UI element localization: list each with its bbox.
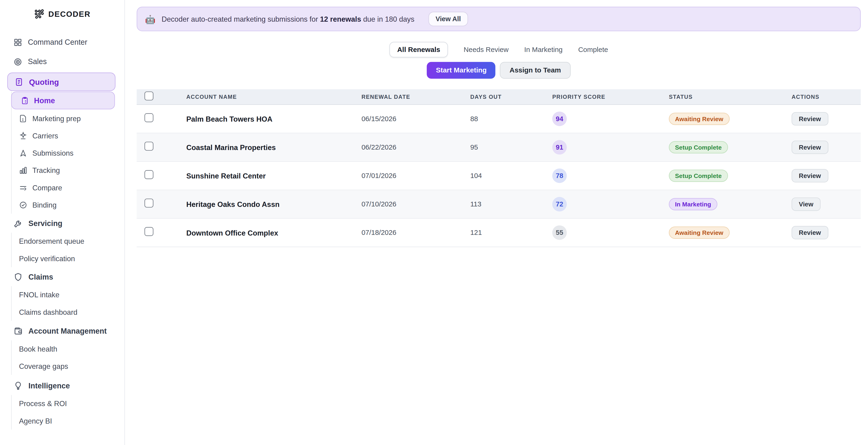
review-button[interactable]: Review	[792, 169, 828, 182]
sidebar-item-endorsement-queue[interactable]: Endorsement queue	[12, 233, 124, 250]
renewal-date: 07/18/2026	[362, 229, 470, 237]
table-header-row: Account Name Renewal Date Days Out Prior…	[137, 89, 861, 105]
send-icon	[19, 149, 27, 157]
file-icon	[19, 114, 27, 123]
row-checkbox[interactable]	[145, 170, 153, 179]
status-badge: Awaiting Review	[669, 227, 730, 239]
sidebar-item-label: Carriers	[32, 131, 58, 140]
review-button[interactable]: Review	[792, 226, 828, 239]
renewals-table: Account Name Renewal Date Days Out Prior…	[137, 89, 861, 247]
sidebar-item-process-roi[interactable]: Process & ROI	[12, 395, 124, 412]
priority-score-badge: 94	[552, 112, 567, 126]
sidebar-item-label: Policy verification	[19, 255, 75, 263]
account-subgroup: Book health Coverage gaps	[11, 340, 124, 375]
start-marketing-button[interactable]: Start Marketing	[427, 62, 496, 79]
select-all-checkbox[interactable]	[145, 91, 153, 100]
sidebar-item-coverage-gaps[interactable]: Coverage gaps	[12, 358, 124, 375]
quoting-subgroup: Home Marketing prep Carr	[11, 92, 124, 214]
sidebar-item-label: Agency BI	[19, 417, 52, 425]
sidebar-section-intelligence[interactable]: Intelligence	[0, 377, 124, 395]
status-badge: In Marketing	[669, 198, 717, 210]
tab-in-marketing[interactable]: In Marketing	[524, 42, 563, 57]
sidebar-item-quoting[interactable]: Quoting	[7, 72, 116, 91]
row-checkbox[interactable]	[145, 142, 153, 150]
sidebar-section-label: Account Management	[28, 327, 107, 335]
assign-to-team-button[interactable]: Assign to Team	[500, 62, 570, 79]
robot-emoji-icon: 🤖	[145, 15, 156, 23]
brand-name: DECODER	[49, 9, 91, 19]
account-name: Heritage Oaks Condo Assn	[186, 200, 362, 208]
sidebar-item-carriers[interactable]: Carriers	[12, 127, 124, 144]
compare-arrow-icon	[19, 184, 27, 192]
days-out: 113	[470, 200, 552, 208]
column-header-renewal: Renewal Date	[362, 94, 470, 100]
sidebar-item-command-center[interactable]: Command Center	[0, 34, 124, 51]
grid-icon	[13, 38, 22, 47]
sidebar-item-marketing-prep[interactable]: Marketing prep	[12, 110, 124, 127]
lightbulb-icon	[13, 381, 23, 391]
tab-needs-review[interactable]: Needs Review	[464, 42, 508, 57]
account-name: Palm Beach Towers HOA	[186, 115, 362, 123]
review-button[interactable]: Review	[792, 141, 828, 154]
tab-all-renewals[interactable]: All Renewals	[389, 42, 448, 58]
clipboard-list-icon	[21, 96, 29, 105]
sidebar-item-label: Endorsement queue	[19, 237, 84, 245]
claims-subgroup: FNOL intake Claims dashboard	[11, 286, 124, 321]
sidebar-item-compare[interactable]: Compare	[12, 179, 124, 197]
wrench-icon	[13, 219, 23, 228]
app-root: DECODER Command Center Sales	[0, 0, 868, 445]
sidebar-item-submissions[interactable]: Submissions	[12, 144, 124, 162]
sidebar-item-label: Command Center	[28, 38, 87, 47]
decoder-logo-icon	[34, 9, 44, 19]
days-out: 95	[470, 143, 552, 151]
wallet-icon	[13, 326, 23, 336]
check-circle-icon	[19, 201, 27, 209]
days-out: 104	[470, 172, 552, 180]
row-checkbox[interactable]	[145, 113, 153, 122]
tab-complete[interactable]: Complete	[578, 42, 608, 57]
bulk-actions-toolbar: Start Marketing Assign to Team	[137, 62, 861, 79]
renewal-date: 06/15/2026	[362, 115, 470, 123]
view-button[interactable]: View	[792, 198, 821, 211]
renewal-date: 06/22/2026	[362, 143, 470, 151]
sidebar-item-policy-verification[interactable]: Policy verification	[12, 250, 124, 267]
sidebar-section-label: Servicing	[28, 219, 62, 228]
sidebar-section-account-management[interactable]: Account Management	[0, 322, 124, 340]
view-all-button[interactable]: View All	[428, 12, 468, 26]
file-text-icon	[14, 77, 23, 86]
sidebar-item-binding[interactable]: Binding	[12, 197, 124, 214]
sidebar-section-claims[interactable]: Claims	[0, 268, 124, 286]
sidebar-item-book-health[interactable]: Book health	[12, 340, 124, 358]
status-badge: Awaiting Review	[669, 113, 730, 125]
sidebar-item-label: Binding	[32, 201, 57, 209]
account-name: Downtown Office Complex	[186, 229, 362, 237]
sidebar-item-agency-bi[interactable]: Agency BI	[12, 412, 124, 429]
servicing-subgroup: Endorsement queue Policy verification	[11, 233, 124, 267]
sidebar-item-fnol-intake[interactable]: FNOL intake	[12, 286, 124, 303]
banner-text-suffix: due in 180 days	[361, 15, 414, 23]
brand-logo: DECODER	[0, 8, 124, 20]
sidebar-section-label: Claims	[28, 273, 53, 281]
sidebar-item-label: Compare	[32, 184, 62, 192]
column-header-actions: Actions	[792, 94, 861, 100]
sidebar-item-sales[interactable]: Sales	[0, 53, 124, 70]
sidebar-item-label: Process & ROI	[19, 399, 67, 408]
sidebar-section-servicing[interactable]: Servicing	[0, 214, 124, 233]
renewal-date: 07/01/2026	[362, 172, 470, 180]
intelligence-subgroup: Process & ROI Agency BI	[11, 395, 124, 429]
column-header-status: Status	[669, 94, 792, 100]
sidebar-item-home[interactable]: Home	[11, 92, 115, 110]
review-button[interactable]: Review	[792, 112, 828, 125]
row-checkbox[interactable]	[145, 227, 153, 236]
status-badge: Setup Complete	[669, 170, 728, 182]
sidebar-item-tracking[interactable]: Tracking	[12, 162, 124, 179]
sparkle-icon	[19, 131, 27, 140]
table-row: Palm Beach Towers HOA 06/15/2026 88 94 A…	[137, 105, 861, 133]
priority-score-badge: 91	[552, 140, 567, 154]
days-out: 88	[470, 115, 552, 123]
auto-submissions-banner: 🤖 Decoder auto-created marketing submiss…	[137, 7, 861, 31]
sidebar: DECODER Command Center Sales	[0, 0, 125, 445]
account-name: Coastal Marina Properties	[186, 143, 362, 151]
row-checkbox[interactable]	[145, 199, 153, 207]
sidebar-item-claims-dashboard[interactable]: Claims dashboard	[12, 304, 124, 321]
